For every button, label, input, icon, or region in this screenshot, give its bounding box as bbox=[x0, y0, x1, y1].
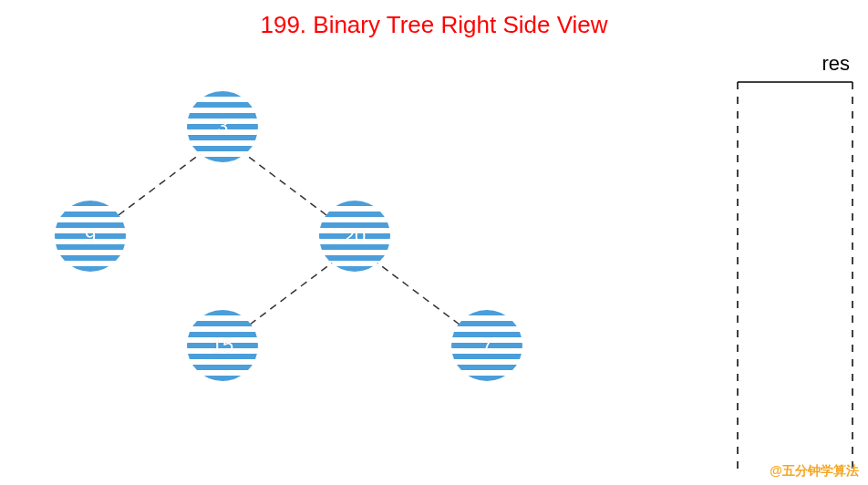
node-value: 20 bbox=[344, 224, 366, 248]
tree-node-rl: 15 bbox=[187, 310, 258, 381]
edge-root-left bbox=[108, 150, 206, 223]
tree-node-rr: 7 bbox=[451, 310, 522, 381]
res-container bbox=[736, 80, 854, 472]
edge-right-rr bbox=[372, 259, 470, 333]
node-value: 9 bbox=[85, 224, 96, 248]
tree-node-root: 3 bbox=[187, 91, 258, 162]
tree-node-left: 9 bbox=[55, 201, 126, 272]
res-label: res bbox=[822, 52, 850, 76]
edge-root-right bbox=[239, 150, 337, 223]
node-value: 15 bbox=[212, 334, 233, 357]
node-value: 7 bbox=[481, 334, 492, 357]
edge-right-rl bbox=[239, 259, 337, 333]
node-value: 3 bbox=[217, 115, 228, 139]
res-box-svg bbox=[736, 80, 854, 472]
watermark: @五分钟学算法 bbox=[770, 463, 859, 480]
tree-node-right: 20 bbox=[319, 201, 390, 272]
